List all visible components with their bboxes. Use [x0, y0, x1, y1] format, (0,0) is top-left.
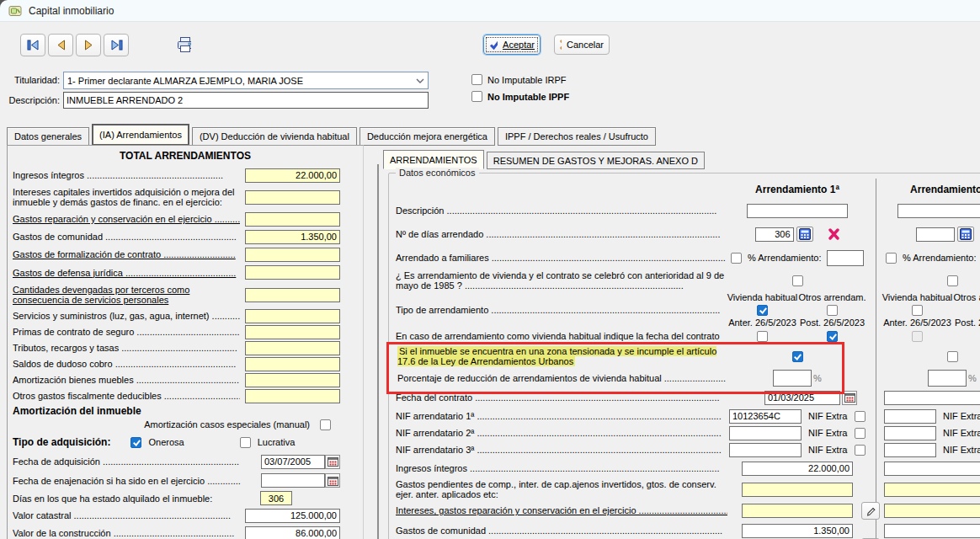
- nif-arrendatario3-arr2-input[interactable]: [884, 443, 936, 457]
- calculator-button[interactable]: [957, 227, 974, 242]
- nav-next-button[interactable]: [76, 34, 101, 56]
- edit-detail-button[interactable]: [861, 502, 880, 520]
- gastos-pendientes-arr2-input[interactable]: [884, 483, 980, 497]
- descripcion-input[interactable]: [63, 92, 429, 109]
- ingresos-integros-arr1-input[interactable]: [742, 462, 853, 476]
- left-panel-title: TOTAL ARRENDAMIENTOS: [8, 150, 363, 162]
- no-imputable-ippf-checkbox[interactable]: [471, 91, 482, 102]
- nif-arrendatario2-arr1-input[interactable]: [729, 426, 802, 440]
- onerosa-label: Onerosa: [148, 437, 184, 447]
- table-row: Saldos de dudoso cobro .................…: [8, 357, 363, 371]
- contrato-post-arr1-checkbox[interactable]: [827, 331, 838, 342]
- row-label: NIF arrendatario 2ª ....................…: [391, 428, 727, 438]
- tipo-otros-arr1-checkbox[interactable]: [827, 305, 838, 316]
- fecha-contrato-calendar-button[interactable]: [842, 391, 857, 405]
- accept-button[interactable]: Aceptar: [483, 35, 541, 55]
- contrato-anter-arr1-checkbox[interactable]: [757, 331, 768, 342]
- tab-dv-deduccion-vivienda[interactable]: (DV) Deducción de vivienda habitual: [192, 127, 357, 146]
- row-label-link[interactable]: Intereses, gastos reparación y conservac…: [391, 505, 727, 515]
- saldos-dudoso-cobro-input[interactable]: [245, 357, 340, 371]
- intereses-capitales-input[interactable]: [245, 190, 340, 205]
- lucrativa-checkbox[interactable]: [240, 437, 251, 448]
- nif-extran-label: NIF Extran.: [943, 411, 980, 421]
- pct-arrendamiento-arr1-input[interactable]: [827, 250, 864, 266]
- gastos-defensa-input[interactable]: [245, 265, 340, 280]
- arrendamiento-1-header: Arrendamiento 1ª: [727, 184, 867, 195]
- row-label-link[interactable]: Gastos de defensa jurídica .............…: [13, 268, 240, 278]
- cantidades-terceros-input[interactable]: [245, 288, 340, 302]
- print-button[interactable]: [171, 34, 196, 56]
- valor-construccion-input[interactable]: [245, 526, 340, 539]
- row-label-link[interactable]: Gastos reparación y conservación en el e…: [13, 214, 240, 224]
- cancel-button[interactable]: Cancelar: [554, 35, 610, 55]
- nif-extran2-arr1-checkbox[interactable]: [855, 428, 865, 439]
- intereses-reparacion-arr2-input[interactable]: [884, 504, 980, 518]
- zona-tensionada-arr2-checkbox[interactable]: [947, 351, 958, 362]
- tab-ia-arrendamientos[interactable]: (IA) Arrendamientos: [92, 124, 189, 146]
- arrendado-familiares-arr2-checkbox[interactable]: [886, 253, 897, 264]
- nif-arrendatario1-arr1-input[interactable]: [729, 409, 802, 424]
- tab-resumen-gastos-anexo-d[interactable]: RESUMEN DE GASTOS Y MEJORAS. ANEXO D: [487, 152, 705, 169]
- gastos-comunidad-input[interactable]: [245, 230, 340, 244]
- valor-catastral-input[interactable]: [245, 509, 340, 523]
- zona-tensionada-arr1-checkbox[interactable]: [792, 351, 803, 362]
- ingresos-integros-input[interactable]: [245, 168, 340, 183]
- nif-arrendatario2-arr2-input[interactable]: [884, 426, 936, 440]
- nif-extran1-arr1-checkbox[interactable]: [855, 411, 865, 422]
- fecha-contrato-arr1-input[interactable]: [764, 391, 840, 405]
- gastos-pendientes-arr1-input[interactable]: [742, 483, 853, 497]
- dias-arrendado-arr1-input[interactable]: [755, 227, 794, 242]
- tab-deduccion-mejora-energetica[interactable]: Deducción mejora energética: [360, 127, 495, 146]
- nif-extran3-arr1-checkbox[interactable]: [855, 445, 865, 456]
- fecha-enajenacion-input[interactable]: [261, 473, 325, 488]
- descripcion-arr1-input[interactable]: [747, 204, 848, 218]
- porcentaje-reduccion-arr2-input[interactable]: [928, 370, 967, 387]
- gastos-comunidad-arr1-input[interactable]: [742, 524, 853, 538]
- nif-arrendatario3-arr1-input[interactable]: [729, 443, 802, 457]
- arrendado-familiares-arr1-checkbox[interactable]: [731, 253, 742, 264]
- fecha-contrato-arr2-input[interactable]: [884, 391, 980, 405]
- gastos-comunidad-arr2-input[interactable]: [884, 524, 980, 538]
- dias-arrendado-arr2-input[interactable]: [916, 227, 955, 242]
- fecha-adquisicion-input[interactable]: [261, 455, 325, 469]
- porcentaje-reduccion-arr1-input[interactable]: [773, 370, 812, 387]
- row-label-link[interactable]: Cantidades devengadas por terceros como …: [13, 285, 240, 305]
- otros-gastos-input[interactable]: [245, 389, 340, 403]
- tab-datos-generales[interactable]: Datos generales: [7, 127, 89, 146]
- gastos-reparacion-input[interactable]: [245, 212, 340, 227]
- gastos-formalizacion-input[interactable]: [245, 248, 340, 262]
- nav-last-button[interactable]: [104, 34, 129, 56]
- fecha-enajenacion-calendar-button[interactable]: [325, 473, 340, 488]
- ingresos-integros-arr2-input[interactable]: [884, 462, 980, 476]
- tipo-vivienda-arr1-checkbox[interactable]: [757, 305, 768, 316]
- tributos-tasas-input[interactable]: [245, 341, 340, 355]
- nav-previous-icon: [56, 40, 67, 51]
- anterioridad-1985-arr1-checkbox[interactable]: [792, 275, 803, 286]
- row-label: Ingresos íntegros ......................…: [391, 463, 727, 473]
- intereses-reparacion-arr1-input[interactable]: [742, 504, 853, 518]
- no-imputable-irpf-checkbox[interactable]: [471, 74, 482, 85]
- contrato-anter-arr2-checkbox[interactable]: [912, 331, 923, 342]
- tab-ippf-derechos-reales[interactable]: IPPF / Derechos reales / Usufructo: [498, 127, 656, 146]
- anterioridad-1985-arr2-checkbox[interactable]: [947, 275, 958, 286]
- delete-arrendamiento-button[interactable]: [828, 228, 840, 240]
- servicios-suministros-input[interactable]: [245, 309, 340, 323]
- dias-alquilado-input[interactable]: [260, 491, 292, 505]
- arrendamiento-2-header: Arrendamiento 2ª: [882, 184, 980, 195]
- panel-splitter[interactable]: [377, 164, 379, 539]
- table-row: Gastos reparación y conservación en el e…: [8, 211, 363, 227]
- nif-arrendatario1-arr2-input[interactable]: [884, 409, 936, 424]
- nav-previous-button[interactable]: [48, 34, 73, 56]
- onerosa-checkbox[interactable]: [130, 437, 141, 448]
- primas-seguro-input[interactable]: [245, 325, 340, 339]
- amortizacion-muebles-input[interactable]: [245, 373, 340, 387]
- calculator-button[interactable]: [796, 227, 813, 242]
- row-label-link[interactable]: Gastos de formalización de contrato ....…: [13, 249, 240, 259]
- fecha-adquisicion-calendar-button[interactable]: [325, 455, 340, 469]
- titularidad-select[interactable]: 1- Primer declarante ALMARZA EJEMPLO, MA…: [63, 72, 429, 89]
- amortizacion-manual-checkbox[interactable]: [320, 419, 331, 430]
- tab-arrendamientos[interactable]: ARRENDAMIENTOS: [383, 150, 484, 169]
- descripcion-arr2-input[interactable]: [897, 204, 980, 218]
- tipo-vivienda-arr2-checkbox[interactable]: [912, 305, 923, 316]
- nav-first-button[interactable]: [20, 34, 45, 56]
